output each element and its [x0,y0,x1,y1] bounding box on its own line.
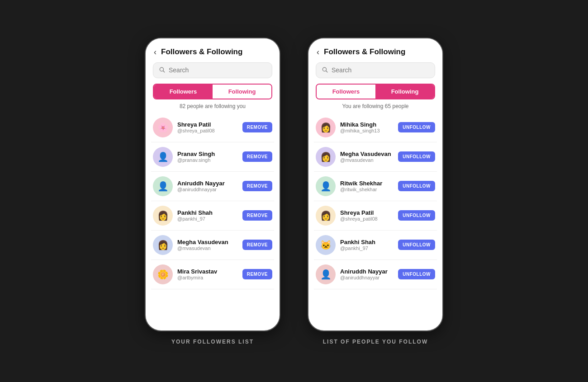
list-item: 👩Megha Vasudevan@mvasudevanREMOVE [151,231,274,260]
user-handle: @pankhi_97 [340,245,394,251]
list-item: 👩Mihika Singh@mihika_singh13UNFOLLOW [314,113,437,142]
avatar: 👤 [153,147,173,167]
user-info: Shreya Patil@shreya_patil08 [340,209,394,222]
avatar: 👤 [153,176,173,196]
user-info: Mira Srivastav@artbymira [177,268,238,280]
tab-followers-1[interactable]: Followers [154,85,213,99]
user-name: Mihika Singh [340,121,394,128]
remove-button[interactable]: REMOVE [242,122,272,132]
phone2-tabs: Followers Following [316,84,435,99]
phone1-wrapper: ‹ Followers & Following Followers Follow… [145,38,280,345]
user-name: Aniruddh Nayyar [340,268,394,275]
tab-following-2[interactable]: Following [375,85,434,99]
user-name: Shreya Patil [177,121,238,128]
list-item: 👩Shreya Patil@shreya_patil08UNFOLLOW [314,201,437,231]
remove-button[interactable]: REMOVE [242,240,272,250]
phone1-title: Followers & Following [161,47,242,57]
user-info: Shreya Patil@shreya_patil08 [177,121,238,133]
user-name: Megha Vasudevan [177,239,238,245]
list-item: 👩Megha Vasudevan@mvasudevanUNFOLLOW [314,142,437,172]
avatar: 👤 [316,176,336,196]
user-handle: @mihika_singh13 [340,128,394,133]
phone2-search-input[interactable] [332,66,429,74]
user-name: Shreya Patil [340,209,394,216]
user-handle: @ritwik_shekhar [340,187,394,192]
unfollow-button[interactable]: UNFOLLOW [398,240,435,250]
avatar: 🐱 [316,235,336,255]
phone1-frame: ‹ Followers & Following Followers Follow… [145,38,280,331]
avatar: 👩 [316,118,336,137]
phone2-wrapper: ‹ Followers & Following Followers Follow… [308,38,443,345]
user-info: Pranav Singh@pranav.singh [177,151,238,163]
list-item: 🌸Shreya Patil@shreya_patil08REMOVE [151,113,274,142]
user-name: Mira Srivastav [177,268,238,275]
user-info: Aniruddh Nayyar@aniruddhnayyar [177,180,238,192]
phone2-frame: ‹ Followers & Following Followers Follow… [308,38,443,331]
phone1-search-input[interactable] [169,66,266,74]
user-handle: @pankhi_97 [177,216,238,222]
remove-button[interactable]: REMOVE [242,210,272,221]
back-icon-1[interactable]: ‹ [154,47,156,57]
user-handle: @shreya_patil08 [340,216,394,222]
user-info: Ritwik Shekhar@ritwik_shekhar [340,180,394,192]
unfollow-button[interactable]: UNFOLLOW [398,151,435,162]
list-item: 👤Aniruddh Nayyar@aniruddhnayyarREMOVE [151,172,274,201]
unfollow-button[interactable]: UNFOLLOW [398,181,435,191]
user-handle: @pranav.singh [177,157,238,163]
list-item: 👤Aniruddh Nayyar@aniruddhnayyarUNFOLLOW [314,260,437,289]
phone1-label: YOUR FOLLOWERS LIST [171,339,254,345]
user-info: Megha Vasudevan@mvasudevan [340,151,394,163]
user-info: Mihika Singh@mihika_singh13 [340,121,394,133]
search-icon-1 [159,66,165,74]
list-item: 👤Ritwik Shekhar@ritwik_shekharUNFOLLOW [314,172,437,201]
avatar: 🌸 [153,118,173,137]
phone1-user-list: 🌸Shreya Patil@shreya_patil08REMOVE👤Prana… [146,113,280,330]
avatar: 👩 [153,206,173,226]
user-name: Megha Vasudevan [340,151,394,157]
phone1-header: ‹ Followers & Following [146,38,280,62]
avatar: 👤 [316,264,336,284]
phone2-search-bar [316,62,435,78]
phone2-subtitle: You are following 65 people [308,103,442,109]
remove-button[interactable]: REMOVE [242,269,272,279]
list-item: 👤Pranav Singh@pranav.singhREMOVE [151,142,274,172]
user-info: Aniruddh Nayyar@aniruddhnayyar [340,268,394,280]
user-name: Pranav Singh [177,151,238,157]
user-handle: @artbymira [177,275,238,280]
unfollow-button[interactable]: UNFOLLOW [398,210,435,221]
unfollow-button[interactable]: UNFOLLOW [398,122,435,132]
phone2-header: ‹ Followers & Following [308,38,442,62]
phone2-label: LIST OF PEOPLE YOU FOLLOW [323,339,428,345]
svg-line-3 [326,71,327,72]
avatar: 🌼 [153,264,173,284]
user-handle: @mvasudevan [340,157,394,163]
user-name: Aniruddh Nayyar [177,180,238,187]
phone2-user-list: 👩Mihika Singh@mihika_singh13UNFOLLOW👩Meg… [308,113,442,330]
user-name: Pankhi Shah [177,209,238,216]
tab-following-1[interactable]: Following [213,85,271,99]
user-handle: @aniruddhnayyar [177,187,238,192]
remove-button[interactable]: REMOVE [242,151,272,162]
user-name: Pankhi Shah [340,239,394,245]
svg-line-1 [163,71,165,72]
user-info: Pankhi Shah@pankhi_97 [177,209,238,222]
list-item: 🐱Pankhi Shah@pankhi_97UNFOLLOW [314,231,437,260]
search-icon-2 [322,66,328,74]
list-item: 👩Pankhi Shah@pankhi_97REMOVE [151,201,274,231]
user-handle: @aniruddhnayyar [340,275,394,280]
back-icon-2[interactable]: ‹ [317,47,319,57]
user-info: Pankhi Shah@pankhi_97 [340,239,394,251]
phone1-inner: ‹ Followers & Following Followers Follow… [146,38,280,330]
user-handle: @mvasudevan [177,245,238,251]
tab-followers-2[interactable]: Followers [317,85,375,99]
phone1-search-bar [153,62,272,78]
remove-button[interactable]: REMOVE [242,181,272,191]
avatar: 👩 [316,147,336,167]
unfollow-button[interactable]: UNFOLLOW [398,269,435,279]
phone1-subtitle: 82 people are following you [146,103,280,109]
avatar: 👩 [316,206,336,226]
phone2-title: Followers & Following [324,47,405,57]
list-item: 🌼Mira Srivastav@artbymiraREMOVE [151,260,274,289]
user-handle: @shreya_patil08 [177,128,238,133]
phone2-inner: ‹ Followers & Following Followers Follow… [308,38,442,330]
